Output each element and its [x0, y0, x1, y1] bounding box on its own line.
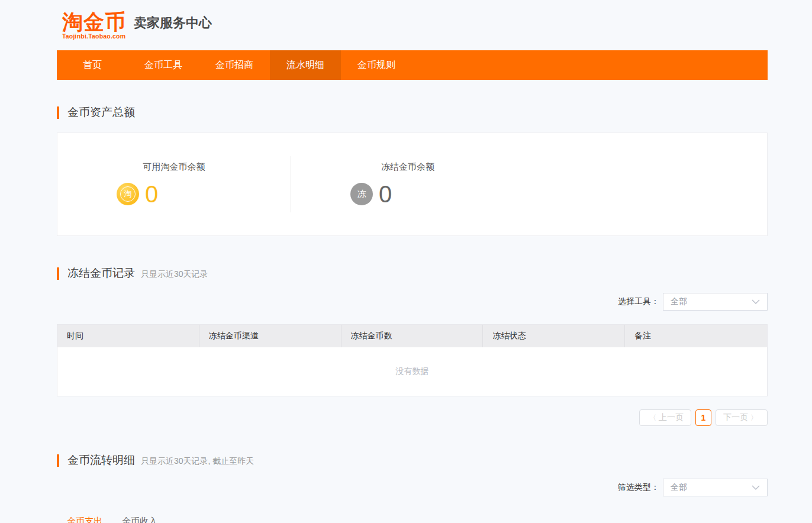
column-header-frozen-channel: 冻结金币渠道 [199, 325, 341, 347]
page-1-button[interactable]: 1 [695, 409, 711, 426]
flow-tabs: 金币支出 金币收入 [57, 516, 768, 523]
chevron-left-icon: 〈 [649, 413, 656, 423]
main-nav: 首页 金币工具 金币招商 流水明细 金币规则 [57, 50, 768, 80]
type-filter-row: 筛选类型： 全部 [57, 479, 768, 496]
flow-section-title: 金币流转明细 [67, 453, 135, 468]
taobao-coin-icon: 淘 [117, 183, 139, 205]
flow-section-header: 金币流转明细 只显示近30天记录, 截止至昨天 [57, 453, 768, 468]
accent-bar [57, 106, 59, 119]
tab-coin-expense[interactable]: 金币支出 [67, 516, 102, 523]
frozen-balance-item: 冻结金币余额 冻 0 [291, 162, 524, 208]
frozen-records-table: 时间 冻结金币渠道 冻结金币数 冻结状态 备注 没有数据 [57, 324, 768, 396]
tool-filter-row: 选择工具： 全部 [57, 293, 768, 311]
frozen-coin-icon: 冻 [350, 183, 373, 205]
accent-bar [57, 267, 59, 280]
page-header: 淘金币 Taojinbi.Taobao.com 卖家服务中心 [57, 0, 768, 50]
frozen-balance-value-row: 冻 0 [350, 181, 392, 208]
frozen-balance-value: 0 [379, 181, 392, 208]
accent-bar [57, 454, 59, 467]
nav-item-flow-details[interactable]: 流水明细 [270, 50, 341, 80]
type-filter-value: 全部 [671, 482, 687, 493]
chevron-down-icon [752, 299, 760, 304]
site-title: 卖家服务中心 [134, 14, 212, 32]
tab-coin-income[interactable]: 金币收入 [122, 516, 157, 523]
logo-subtext: Taojinbi.Taobao.com [62, 33, 126, 40]
empty-state-text: 没有数据 [57, 347, 767, 396]
column-header-frozen-amount: 冻结金币数 [341, 325, 484, 347]
available-balance-label: 可用淘金币余额 [143, 162, 205, 173]
balance-card: 可用淘金币余额 淘 0 冻结金币余额 冻 0 [57, 133, 768, 236]
assets-section-header: 金币资产总额 [57, 105, 768, 120]
column-header-frozen-status: 冻结状态 [483, 325, 625, 347]
tool-filter-value: 全部 [671, 296, 687, 307]
nav-item-coin-tools[interactable]: 金币工具 [128, 50, 199, 80]
table-header-row: 时间 冻结金币渠道 冻结金币数 冻结状态 备注 [57, 325, 767, 347]
available-balance-value-row: 淘 0 [117, 181, 158, 208]
frozen-section-header: 冻结金币记录 只显示近30天记录 [57, 266, 768, 281]
frozen-section-title: 冻结金币记录 [67, 266, 135, 281]
chevron-down-icon [752, 485, 760, 490]
assets-section-title: 金币资产总额 [67, 105, 135, 120]
column-header-remark: 备注 [625, 325, 767, 347]
type-filter-label: 筛选类型： [618, 482, 659, 493]
logo-text: 淘金币 [62, 11, 126, 32]
chevron-right-icon: 〉 [750, 413, 758, 423]
frozen-section-note: 只显示近30天记录 [141, 269, 208, 280]
available-balance-item: 可用淘金币余额 淘 0 [57, 162, 291, 208]
nav-item-home[interactable]: 首页 [57, 50, 128, 80]
tool-filter-select[interactable]: 全部 [663, 293, 768, 311]
flow-section-note: 只显示近30天记录, 截止至昨天 [141, 456, 254, 467]
column-header-time: 时间 [57, 325, 199, 347]
tool-filter-label: 选择工具： [618, 296, 659, 307]
available-balance-value: 0 [145, 181, 158, 208]
taojinbi-logo[interactable]: 淘金币 Taojinbi.Taobao.com [62, 11, 126, 40]
frozen-balance-label: 冻结金币余额 [381, 162, 434, 173]
next-page-button[interactable]: 下一页 〉 [716, 409, 768, 426]
prev-page-button[interactable]: 〈 上一页 [639, 409, 691, 426]
type-filter-select[interactable]: 全部 [663, 479, 768, 496]
pagination: 〈 上一页 1 下一页 〉 [57, 409, 768, 426]
nav-item-coin-rules[interactable]: 金币规则 [341, 50, 412, 80]
nav-item-coin-investment[interactable]: 金币招商 [199, 50, 270, 80]
